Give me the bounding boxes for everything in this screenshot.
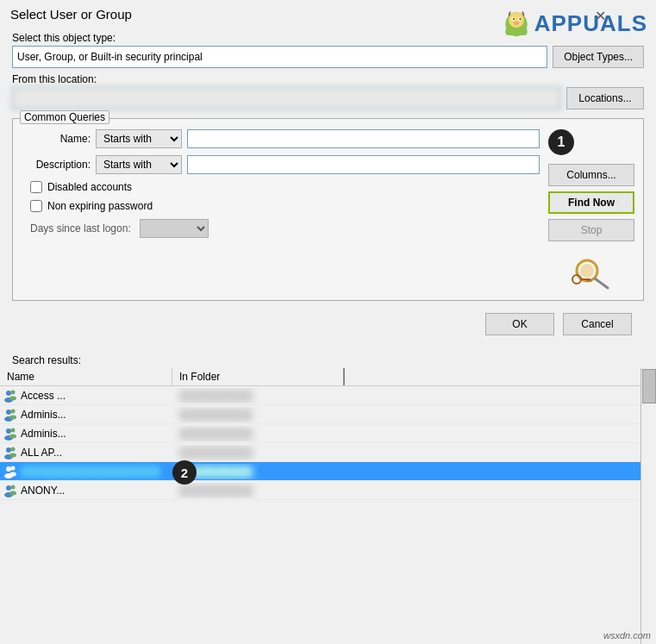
search-results-label: Search results: (0, 351, 656, 368)
column-header-folder[interactable]: In Folder (172, 368, 345, 385)
row-folder: ██████████ (172, 445, 656, 460)
days-logon-label: Days since last logon: (30, 222, 131, 234)
table-row[interactable]: Access ... ██████████ (0, 386, 656, 405)
results-header: Name In Folder (0, 368, 656, 386)
svg-point-33 (11, 466, 16, 470)
columns-button[interactable]: Columns... (548, 164, 634, 186)
description-filter-input[interactable] (187, 155, 540, 174)
search-icon-area (548, 255, 634, 290)
user-group-icon (3, 465, 17, 478)
user-group-icon (3, 427, 17, 441)
results-table: Name In Folder Access ... ██████████ (0, 368, 656, 644)
svg-point-18 (9, 396, 16, 400)
from-location-label: From this location: (12, 73, 644, 85)
cancel-button[interactable]: Cancel (563, 313, 632, 335)
mascot-icon (500, 7, 533, 40)
name-query-row: Name: Starts with Is (exactly) Ends with (22, 129, 540, 148)
svg-point-34 (9, 472, 16, 476)
name-filter-select[interactable]: Starts with Is (exactly) Ends with (96, 129, 182, 148)
dialog-container: APPUALS Select User or Group ✕ Select th… (0, 0, 656, 644)
svg-point-23 (6, 428, 11, 434)
queries-content: Name: Starts with Is (exactly) Ends with… (22, 129, 634, 290)
row-folder: ██████████ (172, 483, 656, 498)
badge-1: 1 (548, 129, 574, 155)
user-group-icon (3, 446, 17, 460)
non-expiring-checkbox[interactable] (30, 200, 42, 212)
user-group-icon (3, 408, 17, 422)
non-expiring-label[interactable]: Non expiring password (47, 200, 153, 212)
dialog-title: Select User or Group (10, 7, 132, 22)
days-logon-select[interactable]: 30 60 90 (140, 219, 209, 238)
svg-point-4 (513, 18, 515, 20)
common-queries-box: Common Queries Name: Starts with Is (exa… (12, 118, 644, 301)
svg-rect-7 (505, 28, 527, 35)
svg-point-22 (9, 415, 16, 419)
disabled-accounts-label[interactable]: Disabled accounts (47, 181, 132, 193)
non-expiring-row: Non expiring password (30, 200, 540, 212)
disabled-accounts-row: Disabled accounts (30, 181, 540, 193)
dialog-body: Select this object type: Object Types...… (0, 25, 656, 351)
svg-point-15 (6, 391, 11, 396)
svg-point-19 (6, 410, 11, 415)
svg-point-6 (514, 22, 519, 25)
row-name-selected: ████████████ (0, 463, 172, 480)
dialog-footer: OK Cancel (12, 306, 644, 342)
disabled-accounts-checkbox[interactable] (30, 181, 42, 193)
object-type-input[interactable] (12, 46, 547, 68)
svg-point-30 (9, 453, 16, 457)
stop-button[interactable]: Stop (548, 219, 634, 241)
svg-line-10 (595, 278, 608, 288)
common-queries-legend: Common Queries (20, 110, 109, 124)
svg-point-26 (9, 434, 16, 438)
svg-point-5 (519, 18, 521, 20)
svg-point-37 (11, 485, 16, 489)
object-types-button[interactable]: Object Types... (553, 46, 644, 68)
row-name: Adminis... (0, 425, 172, 442)
user-group-icon (3, 484, 17, 497)
row-folder-selected: ██████████ (172, 464, 656, 479)
svg-point-29 (11, 447, 16, 451)
queries-left: Name: Starts with Is (exactly) Ends with… (22, 129, 540, 290)
svg-point-17 (11, 390, 16, 394)
row-folder: ██████████ (172, 407, 656, 422)
user-group-icon (3, 389, 17, 403)
svg-point-1 (509, 12, 524, 28)
row-name: Adminis... (0, 406, 172, 423)
locations-button[interactable]: Locations... (566, 87, 644, 109)
table-row-selected[interactable]: ████████████ ██████████ 2 (0, 462, 656, 481)
location-input[interactable] (12, 87, 561, 109)
column-header-name[interactable]: Name (0, 368, 172, 385)
scrollbar-thumb[interactable] (642, 369, 656, 403)
scrollbar-track[interactable] (640, 368, 656, 644)
svg-point-9 (580, 264, 594, 278)
table-row[interactable]: ANONY... ██████████ (0, 481, 656, 500)
description-field-label: Description: (22, 159, 91, 171)
wsxdn-watermark: wsxdn.com (603, 630, 651, 641)
svg-point-21 (11, 409, 16, 413)
name-field-label: Name: (22, 133, 91, 145)
watermark-text: APPUALS (534, 10, 647, 37)
row-name: ALL AP... (0, 444, 172, 461)
row-name: ANONY... (0, 482, 172, 499)
from-location-section: From this location: Locations... (12, 73, 644, 109)
column-header-spacer (345, 368, 656, 385)
queries-right: 1 Columns... Find Now Stop (548, 129, 634, 290)
search-magnifier-icon (570, 255, 613, 290)
row-folder: ██████████ (172, 426, 656, 441)
svg-point-27 (6, 447, 11, 453)
ok-button[interactable]: OK (485, 313, 554, 335)
table-row[interactable]: Adminis... ██████████ (0, 424, 656, 443)
svg-point-31 (6, 466, 11, 472)
watermark-logo: APPUALS (500, 7, 647, 40)
table-row[interactable]: Adminis... ██████████ (0, 405, 656, 424)
description-filter-select[interactable]: Starts with Is (exactly) Ends with (96, 155, 182, 174)
svg-point-38 (9, 491, 16, 495)
days-logon-row: Days since last logon: 30 60 90 (30, 219, 540, 238)
name-filter-input[interactable] (187, 129, 540, 148)
table-row[interactable]: ALL AP... ██████████ (0, 443, 656, 462)
row-folder: ██████████ (172, 388, 656, 403)
row-name: Access ... (0, 387, 172, 404)
badge-2: 2 (172, 460, 197, 485)
find-now-button[interactable]: Find Now (548, 191, 634, 214)
svg-point-25 (11, 428, 16, 432)
